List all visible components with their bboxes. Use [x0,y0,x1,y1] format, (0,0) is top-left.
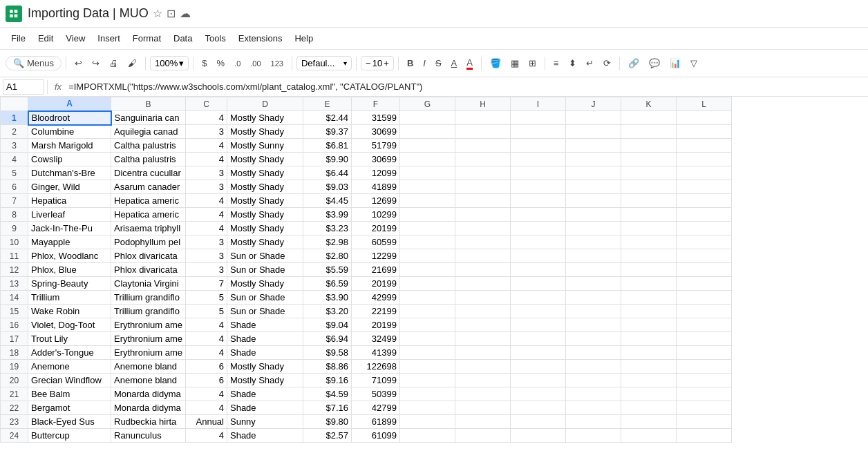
menu-edit[interactable]: Edit [32,30,59,46]
cell-a7[interactable]: Hepatica [28,194,111,208]
row-header-24[interactable]: 24 [1,429,28,443]
cell-e15[interactable]: $3.20 [303,305,351,318]
font-dropdown[interactable]: Defaul... ▾ [296,56,352,70]
cell-f8[interactable]: 10299 [351,208,399,222]
text-wrap-button[interactable]: ↵ [582,55,598,71]
cell-g6[interactable] [399,180,455,194]
menu-tools[interactable]: Tools [199,30,231,46]
cell-b10[interactable]: Podophyllum pel [111,235,186,249]
cell-h8[interactable] [455,208,510,222]
cell-g14[interactable] [399,291,455,305]
italic-button[interactable]: I [419,55,430,71]
cell-g16[interactable] [399,318,455,332]
cell-e4[interactable]: $9.90 [303,153,351,166]
cell-k9[interactable] [621,222,676,235]
cell-j18[interactable] [565,346,621,360]
cell-f12[interactable]: 21699 [351,263,399,277]
cell-e17[interactable]: $6.94 [303,332,351,346]
cell-j7[interactable] [565,194,621,208]
cell-j16[interactable] [565,318,621,332]
cell-h20[interactable] [455,374,510,387]
cell-i22[interactable] [510,401,565,415]
cell-a4[interactable]: Cowslip [28,153,111,166]
cell-a15[interactable]: Wake Robin [28,305,111,318]
cell-l6[interactable] [676,180,731,194]
paint-format-button[interactable]: 🖌 [124,55,141,71]
cell-l4[interactable] [676,153,731,166]
cell-g5[interactable] [399,166,455,180]
cell-e18[interactable]: $9.58 [303,346,351,360]
cell-k16[interactable] [621,318,676,332]
cell-j22[interactable] [565,401,621,415]
col-header-g[interactable]: G [399,97,455,111]
cell-b6[interactable]: Asarum canader [111,180,186,194]
cell-l14[interactable] [676,291,731,305]
cell-a2[interactable]: Columbine [28,125,111,139]
font-size-decrease-icon[interactable]: − [366,58,371,68]
row-header-17[interactable]: 17 [1,332,28,346]
cell-l18[interactable] [676,346,731,360]
menu-help[interactable]: Help [289,30,319,46]
row-header-9[interactable]: 9 [1,222,28,235]
cell-f14[interactable]: 42999 [351,291,399,305]
cell-c12[interactable]: 3 [185,263,227,277]
cell-c5[interactable]: 3 [185,166,227,180]
cell-f1[interactable]: 31599 [351,111,399,125]
cell-l10[interactable] [676,235,731,249]
cell-e12[interactable]: $5.59 [303,263,351,277]
cell-reference[interactable]: A1 [3,79,44,95]
cell-i1[interactable] [510,111,565,125]
cell-g22[interactable] [399,401,455,415]
cell-b1[interactable]: Sanguinaria can [111,111,186,125]
menu-file[interactable]: File [6,30,31,46]
col-header-c[interactable]: C [185,97,227,111]
cell-e19[interactable]: $8.86 [303,360,351,374]
cell-i12[interactable] [510,263,565,277]
cell-e7[interactable]: $4.45 [303,194,351,208]
cell-k13[interactable] [621,277,676,291]
cell-g19[interactable] [399,360,455,374]
row-header-16[interactable]: 16 [1,318,28,332]
cell-a11[interactable]: Phlox, Woodlanc [28,249,111,263]
cell-i7[interactable] [510,194,565,208]
cell-j21[interactable] [565,387,621,401]
cell-e23[interactable]: $9.80 [303,415,351,429]
cell-c17[interactable]: 4 [185,332,227,346]
cell-k7[interactable] [621,194,676,208]
cell-g2[interactable] [399,125,455,139]
cell-a9[interactable]: Jack-In-The-Pu [28,222,111,235]
cell-j1[interactable] [565,111,621,125]
cell-b7[interactable]: Hepatica americ [111,194,186,208]
cell-i13[interactable] [510,277,565,291]
cell-b19[interactable]: Anemone bland [111,360,186,374]
cell-a23[interactable]: Black-Eyed Sus [28,415,111,429]
cell-i8[interactable] [510,208,565,222]
row-header-7[interactable]: 7 [1,194,28,208]
cell-e21[interactable]: $4.59 [303,387,351,401]
col-header-j[interactable]: J [565,97,621,111]
cell-l5[interactable] [676,166,731,180]
row-header-19[interactable]: 19 [1,360,28,374]
cell-k1[interactable] [621,111,676,125]
row-header-3[interactable]: 3 [1,139,28,153]
cell-c23[interactable]: Annual [185,415,227,429]
cell-l13[interactable] [676,277,731,291]
cell-j10[interactable] [565,235,621,249]
cell-l3[interactable] [676,139,731,153]
cell-b23[interactable]: Rudbeckia hirta [111,415,186,429]
cell-a10[interactable]: Mayapple [28,235,111,249]
cell-b13[interactable]: Claytonia Virgini [111,277,186,291]
cell-i16[interactable] [510,318,565,332]
row-header-5[interactable]: 5 [1,166,28,180]
cell-h11[interactable] [455,249,510,263]
cell-f5[interactable]: 12099 [351,166,399,180]
row-header-18[interactable]: 18 [1,346,28,360]
cell-l12[interactable] [676,263,731,277]
row-header-11[interactable]: 11 [1,249,28,263]
cell-f17[interactable]: 32499 [351,332,399,346]
cell-i20[interactable] [510,374,565,387]
cell-h6[interactable] [455,180,510,194]
cell-j12[interactable] [565,263,621,277]
cell-h12[interactable] [455,263,510,277]
cell-l21[interactable] [676,387,731,401]
